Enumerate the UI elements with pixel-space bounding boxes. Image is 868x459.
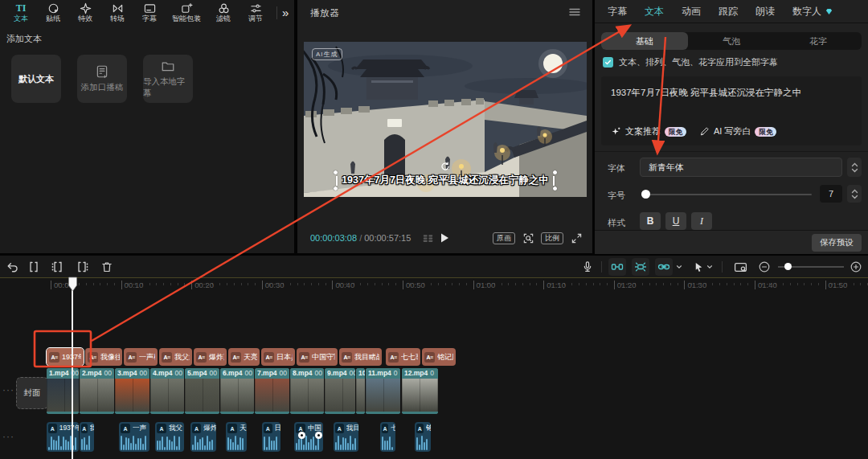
tab-text[interactable]: 文本: [645, 5, 664, 18]
audio-clip[interactable]: A爆炸: [190, 422, 216, 452]
play-button[interactable]: [439, 232, 450, 244]
video-clip[interactable]: 7.mp400: [255, 368, 289, 414]
rotate-handle-icon[interactable]: [439, 160, 451, 172]
tab-reading[interactable]: 朗读: [755, 5, 775, 18]
video-clip[interactable]: 11.mp40: [366, 368, 400, 414]
audio-clip[interactable]: A一声: [119, 422, 149, 452]
font-stepper[interactable]: [847, 158, 862, 177]
video-clip[interactable]: 6.mp400: [220, 368, 254, 414]
toolbar-item-text[interactable]: TI文本: [5, 0, 37, 25]
focus-zoom-icon[interactable]: [522, 232, 534, 244]
frame-list-icon[interactable]: [422, 232, 434, 244]
text-clip-label: 铭记历: [437, 352, 453, 363]
audio-clip[interactable]: A天: [226, 422, 247, 452]
audio-clip[interactable]: A七: [380, 422, 395, 452]
audio-clip[interactable]: A我父: [155, 422, 184, 452]
text-clip[interactable]: A≡日本兵: [261, 348, 295, 366]
text-clip[interactable]: A≡铭记历: [422, 348, 456, 366]
subtitle-handle-left[interactable]: [336, 176, 338, 186]
text-clip[interactable]: A≡我父亲: [159, 348, 192, 366]
text-clip-badge-icon: A≡: [88, 352, 98, 363]
audio-clip[interactable]: A1937年: [47, 422, 79, 452]
video-clip[interactable]: 3.mp400: [115, 368, 149, 414]
script-doc-icon: [95, 64, 109, 79]
audio-clip[interactable]: A铭: [415, 422, 431, 452]
subtab-fancy-text[interactable]: 花字: [775, 32, 862, 50]
toolbar-expand-button[interactable]: »: [282, 7, 289, 18]
video-clip-footer: [255, 412, 289, 414]
tab-digital-human[interactable]: 数字人: [792, 5, 833, 18]
video-clip[interactable]: 5.mp400: [185, 368, 219, 414]
font-size-slider-handle[interactable]: [641, 190, 650, 199]
playhead[interactable]: [72, 277, 73, 459]
audio-clip[interactable]: A中国: [294, 422, 323, 452]
audio-clip[interactable]: A日: [262, 422, 280, 452]
video-preview[interactable]: AI生成 1937年7月7日夜晚 宛平县城还沉浸在宁静之中: [304, 42, 587, 197]
tab-animation[interactable]: 动画: [682, 5, 701, 18]
video-clip[interactable]: 9.mp400: [325, 368, 355, 414]
style-label: 样式: [608, 217, 625, 229]
video-clip-thumbnail: [115, 379, 149, 412]
toolbar-item-transition[interactable]: 转场: [101, 0, 133, 25]
video-clip[interactable]: 2.mp400: [80, 368, 114, 414]
subtitle-handle-tr[interactable]: [553, 170, 557, 174]
toolbar-item-sticker[interactable]: 贴纸: [37, 0, 69, 25]
ratio-button[interactable]: 比例: [541, 232, 563, 244]
subtitle-handle-br[interactable]: [553, 186, 557, 191]
font-size-value[interactable]: 7: [820, 185, 842, 203]
save-preset-button[interactable]: 保存预设: [812, 234, 862, 252]
audio-clip[interactable]: A我目: [334, 422, 358, 452]
video-clip[interactable]: 12.mp40: [402, 368, 438, 414]
video-clip-name: 2.mp400: [80, 368, 114, 379]
ai-voiceover-button[interactable]: AI 写旁白限免: [699, 125, 776, 137]
video-clip-name: 6.mp400: [220, 368, 254, 379]
video-clip-thumbnail: [366, 379, 400, 412]
tab-tracking[interactable]: 跟踪: [719, 5, 738, 18]
player-menu-icon[interactable]: [568, 6, 581, 18]
video-clip-name: 1.mp400: [47, 368, 79, 379]
font-size-stepper[interactable]: [847, 185, 862, 203]
toolbar-item-label: 字幕: [142, 14, 157, 23]
subtitle-text-value[interactable]: 1937年7月7日夜晚 宛平县城还沉浸在宁静之中: [611, 86, 852, 99]
text-clip[interactable]: A≡我目睹战争: [339, 348, 382, 366]
broadcast-script-card[interactable]: 添加口播稿: [77, 55, 127, 103]
toolbar-item-filter[interactable]: 滤镜: [207, 0, 240, 25]
video-clip[interactable]: 8.mp400: [290, 368, 324, 414]
audio-clip[interactable]: A我: [80, 422, 94, 452]
text-clip[interactable]: A≡一声枪: [124, 348, 158, 366]
subtab-basic[interactable]: 基础: [601, 32, 688, 50]
toolbar-item-smart-pack[interactable]: 智能包装: [166, 0, 207, 25]
subtitle-selection-box[interactable]: 1937年7月7日夜晚 宛平县城还沉浸在宁静之中: [335, 172, 555, 189]
subtab-bubble[interactable]: 气泡: [688, 32, 775, 50]
text-clip[interactable]: A≡中国守军: [297, 348, 338, 366]
font-size-slider[interactable]: [641, 194, 812, 195]
subtitle-handle-right[interactable]: [553, 176, 555, 186]
video-clip[interactable]: 10.: [356, 368, 365, 414]
italic-button[interactable]: I: [691, 212, 712, 230]
tab-subtitles[interactable]: 字幕: [608, 5, 627, 18]
video-clip[interactable]: 4.mp400: [150, 368, 184, 414]
video-clip[interactable]: 1.mp400: [47, 368, 79, 414]
bold-button[interactable]: B: [640, 212, 661, 230]
fullscreen-icon[interactable]: [571, 232, 583, 244]
toolbar-item-adjust[interactable]: 调节: [240, 0, 272, 25]
text-clip[interactable]: A≡七七事: [386, 348, 420, 366]
default-text-card[interactable]: 默认文本: [11, 55, 61, 103]
underline-button[interactable]: U: [665, 212, 686, 230]
text-clip[interactable]: A≡1937年: [47, 348, 84, 366]
ai-tool-label: AI 写旁白: [714, 125, 751, 137]
text-clip[interactable]: A≡爆炸声: [194, 348, 227, 366]
text-clip[interactable]: A≡我像往常: [85, 348, 122, 366]
copy-suggest-button[interactable]: 文案推荐限免: [611, 125, 686, 137]
original-quality-button[interactable]: 原画: [493, 232, 515, 244]
subtitle-text-editor[interactable]: 1937年7月7日夜晚 宛平县城还沉浸在宁静之中 文案推荐限免AI 写旁白限免: [601, 76, 862, 145]
subtitle-handle-tl[interactable]: [334, 170, 338, 174]
font-select[interactable]: 新青年体: [640, 158, 842, 177]
keyframe-dot[interactable]: [315, 432, 322, 439]
text-clip-label: 中国守军: [312, 352, 335, 363]
apply-all-checkbox[interactable]: [603, 57, 613, 68]
text-clip[interactable]: A≡天亮后: [228, 348, 260, 366]
toolbar-item-effects[interactable]: 特效: [69, 0, 101, 25]
import-subtitle-card[interactable]: 导入本地字幕: [143, 55, 193, 103]
toolbar-item-captions[interactable]: 字幕: [133, 0, 166, 25]
